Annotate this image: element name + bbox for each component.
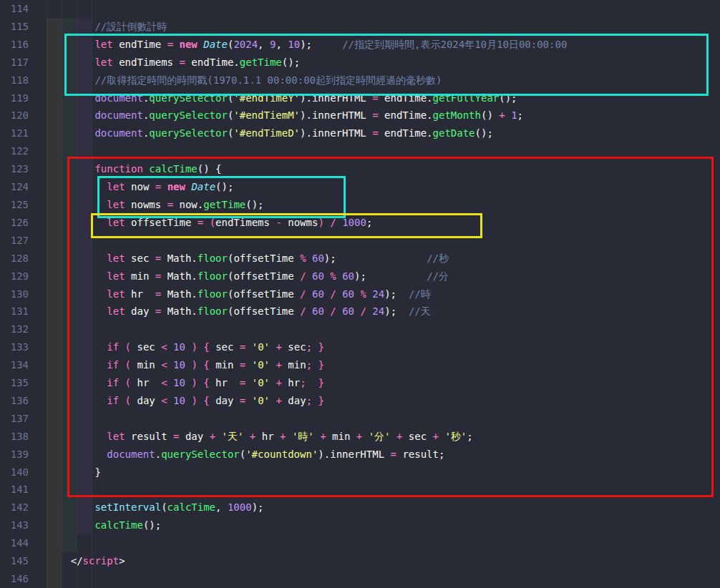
indent-rainbow-band: [62, 481, 77, 499]
indent-rainbow-band: [47, 570, 62, 588]
code-line[interactable]: 130 let hr = Math.floor(offsetTime / 60 …: [0, 285, 720, 303]
code-text: let sec = Math.floor(offsetTime % 60); /…: [47, 250, 449, 268]
line-number: 121: [0, 124, 29, 142]
line-number: 135: [0, 374, 29, 392]
code-line[interactable]: 119 document.querySelector('#endTimeY').…: [0, 89, 720, 107]
indent-rainbow-band: [62, 534, 77, 552]
line-number: 143: [0, 516, 29, 534]
code-line[interactable]: 120 document.querySelector('#endTiemM').…: [0, 107, 720, 124]
indent-rainbow-band: [62, 285, 77, 303]
indent-rainbow-band: [62, 232, 77, 250]
line-number: 129: [0, 268, 29, 285]
indent-rainbow-band: [47, 196, 62, 214]
indent-rainbow-band: [47, 285, 62, 303]
indent-rainbow-band: [77, 72, 92, 89]
code-lines[interactable]: 114115 //設計倒數計時116 let endTime = new Dat…: [0, 0, 720, 588]
code-line[interactable]: 129 let min = Math.floor(offsetTime / 60…: [0, 268, 720, 285]
code-line[interactable]: 125 let nowms = now.getTime();: [0, 196, 720, 214]
code-line[interactable]: 137: [0, 410, 720, 428]
code-line[interactable]: 145 </script>: [0, 552, 720, 570]
indent-rainbow-band: [62, 428, 77, 446]
indent-rainbow-band: [62, 214, 77, 232]
indent-rainbow-band: [47, 232, 62, 250]
code-editor[interactable]: 114115 //設計倒數計時116 let endTime = new Dat…: [0, 0, 720, 588]
indent-rainbow-band: [62, 499, 77, 516]
indent-rainbow-band: [62, 516, 77, 534]
indent-rainbow-band: [47, 72, 62, 89]
indent-rainbow-band: [47, 392, 62, 410]
code-line[interactable]: 136 if ( day < 10 ) { day = '0' + day; }: [0, 392, 720, 410]
code-line[interactable]: 123 function calcTime() {: [0, 160, 720, 178]
code-line[interactable]: 121 document.querySelector('#endTimeD').…: [0, 124, 720, 142]
indent-rainbow-band: [47, 534, 62, 552]
indent-rainbow-band: [77, 392, 92, 410]
code-line[interactable]: 124 let now = new Date();: [0, 178, 720, 196]
line-number: 116: [0, 36, 29, 54]
code-line[interactable]: 135 if ( hr < 10 ) { hr = '0' + hr; }: [0, 374, 720, 392]
indent-rainbow-band: [47, 160, 62, 178]
indent-rainbow-band: [47, 142, 62, 160]
code-line[interactable]: 133 if ( sec < 10 ) { sec = '0' + sec; }: [0, 338, 720, 356]
indent-rainbow-band: [47, 428, 62, 446]
line-number: 133: [0, 338, 29, 356]
code-line[interactable]: 116 let endTime = new Date(2024, 9, 10);…: [0, 36, 720, 54]
line-number: 125: [0, 196, 29, 214]
code-line[interactable]: 127: [0, 232, 720, 250]
code-line[interactable]: 142 setInterval(calcTime, 1000);: [0, 499, 720, 516]
indent-rainbow-band: [62, 72, 77, 89]
code-line[interactable]: 144: [0, 534, 720, 552]
code-line[interactable]: 138 let result = day + '天' + hr + '時' + …: [0, 428, 720, 446]
line-number: 138: [0, 428, 29, 446]
indent-rainbow-band: [77, 36, 92, 54]
line-number: 120: [0, 107, 29, 124]
line-number: 139: [0, 446, 29, 464]
indent-rainbow-band: [47, 464, 62, 481]
code-line[interactable]: 126 let offsetTime = (endTimems - nowms)…: [0, 214, 720, 232]
code-line[interactable]: 131 let day = Math.floor(offsetTime / 60…: [0, 303, 720, 320]
line-number: 122: [0, 142, 29, 160]
indent-rainbow-band: [47, 516, 62, 534]
indent-rainbow-band: [47, 18, 62, 36]
code-line[interactable]: 139 document.querySelector('#countdown')…: [0, 446, 720, 464]
indent-rainbow-band: [47, 89, 62, 107]
code-text: //取得指定時間的時間戳(1970.1.1 00:00:00起到指定時間經過的毫…: [47, 72, 442, 89]
indent-rainbow-band: [77, 499, 92, 516]
code-line[interactable]: 141: [0, 481, 720, 499]
code-line[interactable]: 122: [0, 142, 720, 160]
indent-rainbow-band: [62, 178, 77, 196]
indent-rainbow-band: [47, 356, 62, 374]
code-line[interactable]: 134 if ( min < 10 ) { min = '0' + min; }: [0, 356, 720, 374]
indent-rainbow-band: [47, 338, 62, 356]
indent-rainbow-band: [77, 268, 92, 285]
code-line[interactable]: 128 let sec = Math.floor(offsetTime % 60…: [0, 250, 720, 268]
code-line[interactable]: 115 //設計倒數計時: [0, 18, 720, 36]
code-text: let offsetTime = (endTimems - nowms) / 1…: [47, 214, 372, 232]
indent-rainbow-band: [77, 481, 92, 499]
indent-rainbow-band: [77, 446, 92, 464]
code-line[interactable]: 146: [0, 570, 720, 588]
indent-rainbow-band: [47, 107, 62, 124]
indent-rainbow-band: [47, 124, 62, 142]
indent-rainbow-band: [77, 142, 92, 160]
code-line[interactable]: 140 }: [0, 464, 720, 481]
indent-rainbow-band: [62, 160, 77, 178]
code-line[interactable]: 118 //取得指定時間的時間戳(1970.1.1 00:00:00起到指定時間…: [0, 72, 720, 89]
indent-rainbow-band: [77, 89, 92, 107]
line-number: 146: [0, 570, 29, 588]
indent-rainbow-band: [62, 356, 77, 374]
line-number: 136: [0, 392, 29, 410]
indent-rainbow-band: [77, 338, 92, 356]
line-number: 128: [0, 250, 29, 268]
indent-rainbow-band: [77, 464, 92, 481]
indent-rainbow-band: [47, 54, 62, 72]
code-line[interactable]: 114: [0, 0, 720, 18]
indent-rainbow-band: [77, 124, 92, 142]
code-line[interactable]: 132: [0, 320, 720, 338]
indent-rainbow-band: [62, 268, 77, 285]
indent-rainbow-band: [47, 410, 62, 428]
indent-rainbow-band: [62, 374, 77, 392]
code-line[interactable]: 143 calcTime();: [0, 516, 720, 534]
code-line[interactable]: 117 let endTimems = endTime.getTime();: [0, 54, 720, 72]
indent-rainbow-band: [62, 320, 77, 338]
code-text: document.querySelector('#endTimeD').inne…: [47, 124, 493, 142]
